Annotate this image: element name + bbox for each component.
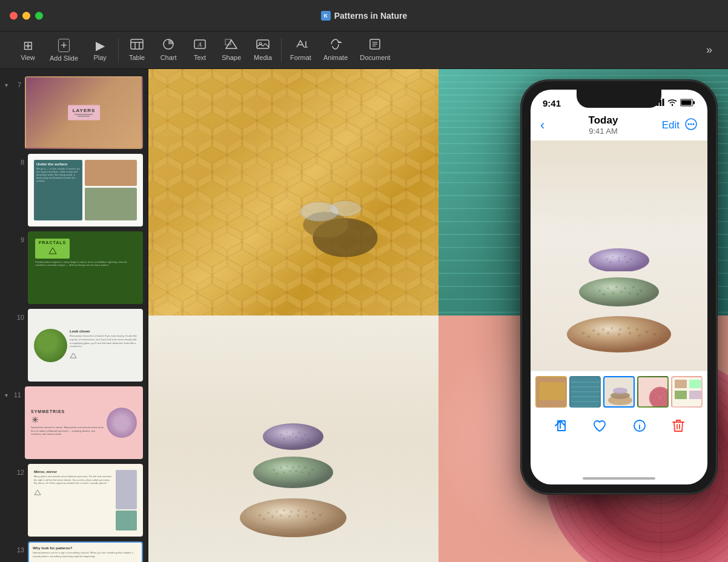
toolbar-table[interactable]: Table [121,35,153,65]
toolbar-separator-1 [118,38,119,62]
more-button[interactable] [684,117,698,133]
iphone-notch [577,90,661,108]
svg-rect-130 [681,100,692,105]
slide-thumbnail-13[interactable]: Why look for patterns? Natural patterns … [28,541,143,562]
main-layout: ▾ 7 LAYERS 8 Under the surface We go in … [0,69,728,562]
app-icon: K [321,11,331,21]
slide-number-8: 8 [13,159,24,166]
svg-point-92 [283,509,285,512]
svg-point-94 [297,509,300,512]
toolbar-text[interactable]: A Text [184,35,216,65]
delete-button[interactable] [672,418,685,433]
close-button[interactable] [10,12,18,19]
svg-point-67 [283,438,285,440]
svg-point-143 [627,262,629,263]
toolbar-shape[interactable]: Shape [216,35,247,65]
slide-thumbnail-10[interactable]: Look closer Romanesco broccoli is a frac… [28,309,143,382]
slide-group-11: ▾ 11 SYMMETRIES Symmetries abound in nat… [0,384,148,461]
slide-thumbnail-9[interactable]: FRACTALS Fractal patterns appear in many… [28,231,143,304]
svg-point-146 [607,287,609,289]
format-icon [294,39,308,51]
album-title: Today [589,114,618,127]
svg-point-76 [286,465,288,468]
toolbar-document[interactable]: Document [354,35,396,65]
thumbnail-strip [531,371,707,412]
toolbar-play[interactable]: ▶ Play [84,36,116,65]
slide-thumbnail-8[interactable]: Under the surface We go in — on the outs… [28,154,143,226]
toolbar-format[interactable]: Format [284,35,317,65]
photo-thumb-5[interactable] [671,376,703,408]
svg-rect-194 [675,391,687,399]
svg-point-150 [640,289,642,292]
edit-button[interactable]: Edit [662,119,680,131]
photo-thumb-2[interactable] [569,376,601,408]
svg-point-63 [286,432,288,434]
back-button[interactable]: ‹ [540,117,544,133]
svg-point-139 [624,256,626,258]
toolbar-more-button[interactable]: » [703,40,716,60]
svg-point-199 [639,423,640,424]
canvas-cell-urchins [148,316,438,562]
slide-number-9: 9 [13,236,24,243]
svg-point-77 [292,466,294,469]
traffic-lights [10,12,43,19]
svg-point-81 [276,472,278,475]
toolbar-add-slide[interactable]: + Add Slide [44,35,84,65]
svg-point-68 [290,436,291,438]
slide-number-11: 11 [10,391,21,398]
media-icon [256,39,270,51]
slide-thumbnail-7[interactable]: LAYERS [25,76,143,149]
photo-thumb-4[interactable] [637,376,669,408]
svg-point-83 [289,470,291,472]
svg-marker-25 [35,490,41,495]
slide-panel: ▾ 7 LAYERS 8 Under the surface We go in … [0,69,148,562]
slide-group-12: 12 Mirror, mirror Many plants and animal… [0,461,148,539]
animate-icon [329,39,342,51]
svg-point-138 [618,257,620,259]
svg-point-66 [305,434,306,436]
svg-point-97 [319,514,322,517]
iphone-bottom-bar [531,412,707,443]
album-time: 9:41 AM [589,127,618,136]
slide-group-13: 13 Why look for patterns? Natural patter… [0,539,148,562]
title-bar: K Patterns in Nature [0,0,728,31]
wifi-icon [667,99,677,108]
svg-point-136 [606,259,608,260]
table-icon [130,39,144,51]
maximize-button[interactable] [35,12,43,19]
svg-point-171 [638,334,641,337]
svg-point-78 [298,465,300,468]
photo-thumb-1[interactable] [535,376,567,408]
photo-thumb-3-selected[interactable] [603,376,635,408]
svg-point-69 [296,437,297,438]
svg-point-164 [646,331,648,333]
svg-point-162 [627,327,630,329]
share-button[interactable] [553,418,568,433]
svg-point-99 [271,515,274,518]
toolbar-media[interactable]: Media [247,35,279,65]
chart-icon [162,39,175,51]
photos-header: ‹ Today 9:41 AM Edit [531,112,707,140]
slide-canvas-area[interactable]: 9:41 [148,69,728,562]
slide-group-8: 8 Under the surface We go in — on the ou… [0,151,148,229]
svg-point-169 [618,333,620,336]
svg-point-155 [637,293,639,296]
svg-point-86 [308,472,311,475]
svg-point-165 [654,333,656,336]
svg-point-140 [630,259,632,260]
toolbar-view[interactable]: ⊞ View [12,36,44,65]
svg-point-163 [636,328,638,331]
text-icon: A [193,39,207,51]
toolbar-animate[interactable]: Animate [317,35,354,65]
svg-rect-192 [675,380,687,388]
view-icon: ⊞ [23,39,33,51]
svg-point-84 [295,470,297,472]
toolbar-chart[interactable]: Chart [153,35,184,65]
info-button[interactable] [632,418,647,433]
svg-rect-173 [540,382,565,400]
slide-thumbnail-11[interactable]: SYMMETRIES Symmetries abound in nature. … [25,386,143,459]
svg-marker-19 [70,353,76,358]
slide-thumbnail-12[interactable]: Mirror, mirror Many plants and animals s… [28,464,143,537]
minimize-button[interactable] [22,12,30,19]
favorite-button[interactable] [592,418,607,433]
